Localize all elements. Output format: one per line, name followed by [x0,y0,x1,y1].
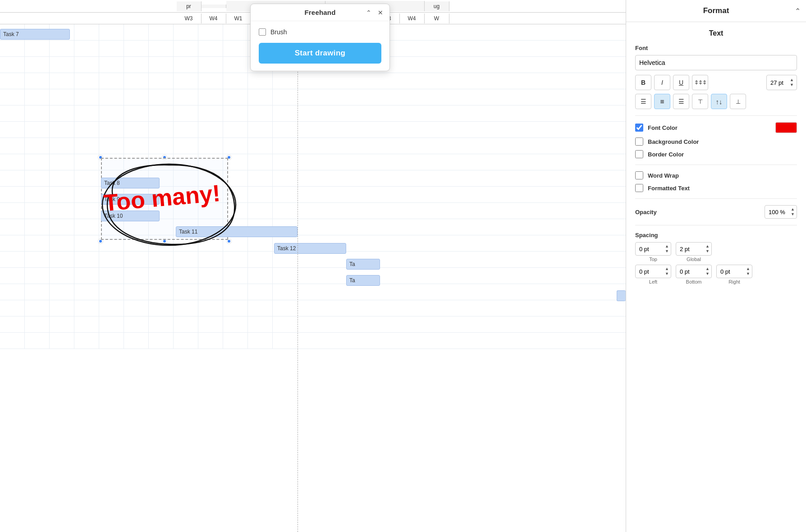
grid-cell [0,219,25,235]
spacing-left-up[interactable]: ▲ [664,266,670,271]
bold-button[interactable]: B [635,75,651,90]
grid-cell [198,24,223,40]
grid-cell [149,105,174,121]
grid-cell [99,24,124,40]
start-drawing-button[interactable]: Start drawing [259,43,381,64]
grid-cell [124,24,149,40]
grid-cell [248,73,273,89]
opacity-spinners: ▲ ▼ [790,207,796,217]
border-color-checkbox[interactable] [635,150,643,158]
spacing-top-down[interactable]: ▼ [664,249,670,254]
align-left-button[interactable]: ☰ [635,94,651,109]
task-bar-13[interactable]: Ta [346,259,380,270]
spacing-bottom-up[interactable]: ▲ [705,266,710,271]
week-w1-may: W1 [226,14,251,23]
font-color-swatch[interactable] [775,122,797,133]
grid-cell [74,57,99,73]
opacity-down[interactable]: ▼ [790,212,796,217]
grid-cell [124,138,149,154]
handle-tm[interactable] [162,155,167,160]
grid-cell [0,284,25,300]
grid-cell [198,187,223,202]
task-bar-right-edge[interactable] [617,290,626,301]
grid-cell [149,333,174,349]
handle-bl[interactable] [98,239,103,243]
format-panel-body: Text Font Helvetica Arial Times New Roma… [626,22,806,532]
italic-button[interactable]: I [654,75,670,90]
grid-cell [174,154,198,170]
opacity-value: 100 % [769,209,785,216]
font-select-row: Helvetica Arial Times New Roman Georgia … [635,55,797,70]
grid-cell [50,41,74,56]
bg-color-row: Background Color [635,138,797,146]
columns-button[interactable]: ⇕⇕⇕ [692,75,708,90]
valign-middle-button[interactable]: ↑↓ [711,94,727,109]
task-bar-12[interactable]: Task 12 [274,243,346,254]
spacing-bottom-input: 0 pt ▲▼ [676,265,712,278]
font-size-down[interactable]: ▼ [789,83,795,87]
brush-row: Brush [259,28,381,36]
bg-color-checkbox[interactable] [635,138,643,146]
task-bar-8[interactable]: Task 8 [101,178,160,188]
freehand-close-button[interactable]: ✕ [376,8,385,17]
underline-button[interactable]: U [673,75,689,90]
spacing-global-up[interactable]: ▲ [705,244,710,249]
formatted-text-checkbox[interactable] [635,184,643,192]
word-wrap-checkbox[interactable] [635,171,643,179]
grid-cell [248,154,273,170]
grid-cell [25,57,50,73]
font-size-value: 27 pt [770,79,783,86]
font-size-up[interactable]: ▲ [789,78,795,83]
grid-cell [74,333,99,349]
valign-top-button[interactable]: ⊤ [692,94,708,109]
font-select[interactable]: Helvetica Arial Times New Roman Georgia … [635,55,797,70]
handle-bm[interactable] [162,239,167,243]
grid-cell [198,252,223,267]
handle-tr[interactable] [227,155,231,160]
task-bar-9[interactable]: Task 9 [101,194,160,205]
handle-br[interactable] [227,239,231,243]
spacing-right-down[interactable]: ▼ [745,271,751,276]
align-center-button[interactable]: ≣ [654,94,670,109]
grid-cell [198,122,223,138]
spacing-bottom-down[interactable]: ▼ [705,271,710,276]
grid-cell [223,333,248,349]
month-cell-apr2 [202,5,226,8]
grid-cell [25,235,50,251]
spacing-top-value: 0 pt [639,246,649,252]
font-color-checkbox[interactable] [635,124,643,132]
spacing-left-down[interactable]: ▼ [664,271,670,276]
task-bar-11[interactable]: Task 11 [176,226,298,237]
freehand-collapse-button[interactable]: ⌃ [364,8,373,17]
format-panel-collapse-button[interactable]: ⌃ [795,7,801,15]
divider-3 [635,198,797,199]
month-cell-apr: pr [177,1,202,11]
grid-cell [198,203,223,219]
grid-cell [0,105,25,121]
spacing-right-up[interactable]: ▲ [745,266,751,271]
grid-cell [99,219,124,235]
grid-cell [25,105,50,121]
task-bar-14[interactable]: Ta [346,275,380,286]
grid-cell [74,105,99,121]
week-w4-apr: W4 [202,14,226,23]
grid-cell [74,203,99,219]
valign-bottom-button[interactable]: ⊥ [730,94,746,109]
freehand-panel-controls: ⌃ ✕ [364,8,385,17]
grid-cell [124,57,149,73]
grid-cell [198,170,223,186]
grid-cell [74,170,99,186]
grid-cell [25,89,50,105]
grid-cell [50,284,74,300]
brush-checkbox[interactable] [259,28,266,36]
align-right-button[interactable]: ☰ [673,94,689,109]
spacing-top-up[interactable]: ▲ [664,244,670,249]
grid-row [0,252,626,268]
task-bar-10[interactable]: Task 10 [101,211,160,221]
grid-cell [223,89,248,105]
grid-cell [50,138,74,154]
task-bar-7[interactable]: Task 7 [0,29,70,40]
handle-tl[interactable] [98,155,103,160]
opacity-up[interactable]: ▲ [790,207,796,212]
spacing-global-down[interactable]: ▼ [705,249,710,254]
